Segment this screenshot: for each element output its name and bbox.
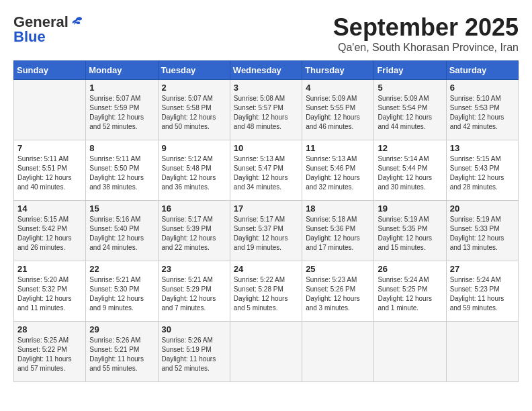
logo-blue-text: Blue xyxy=(13,28,46,46)
day-info: Sunrise: 5:25 AM Sunset: 5:22 PM Dayligh… xyxy=(17,336,82,373)
day-number: 11 xyxy=(306,143,370,153)
header: General Blue September 2025 Qa'en, South… xyxy=(13,13,519,54)
weekday-header-cell: Monday xyxy=(86,61,158,80)
day-info: Sunrise: 5:19 AM Sunset: 5:33 PM Dayligh… xyxy=(450,215,515,253)
day-info: Sunrise: 5:13 AM Sunset: 5:47 PM Dayligh… xyxy=(234,154,298,192)
day-info: Sunrise: 5:24 AM Sunset: 5:23 PM Dayligh… xyxy=(450,275,515,313)
day-info: Sunrise: 5:10 AM Sunset: 5:53 PM Dayligh… xyxy=(450,94,515,132)
day-info: Sunrise: 5:17 AM Sunset: 5:37 PM Dayligh… xyxy=(234,215,298,253)
calendar-day-cell: 30Sunrise: 5:26 AM Sunset: 5:19 PM Dayli… xyxy=(158,322,230,382)
day-number: 27 xyxy=(450,264,515,274)
day-number: 9 xyxy=(162,143,226,153)
calendar-day-cell: 29Sunrise: 5:26 AM Sunset: 5:21 PM Dayli… xyxy=(86,322,158,382)
day-number: 30 xyxy=(162,324,226,334)
calendar-day-cell: 5Sunrise: 5:09 AM Sunset: 5:54 PM Daylig… xyxy=(374,80,446,140)
calendar-week-row: 14Sunrise: 5:15 AM Sunset: 5:42 PM Dayli… xyxy=(14,201,519,261)
calendar-day-cell: 27Sunrise: 5:24 AM Sunset: 5:23 PM Dayli… xyxy=(446,261,518,322)
day-info: Sunrise: 5:18 AM Sunset: 5:36 PM Dayligh… xyxy=(306,215,370,253)
day-number: 13 xyxy=(450,143,515,153)
calendar-day-cell: 15Sunrise: 5:16 AM Sunset: 5:40 PM Dayli… xyxy=(86,201,158,261)
day-info: Sunrise: 5:15 AM Sunset: 5:43 PM Dayligh… xyxy=(450,154,515,192)
day-info: Sunrise: 5:07 AM Sunset: 5:59 PM Dayligh… xyxy=(89,94,154,132)
day-info: Sunrise: 5:14 AM Sunset: 5:44 PM Dayligh… xyxy=(378,154,442,192)
day-info: Sunrise: 5:17 AM Sunset: 5:39 PM Dayligh… xyxy=(162,215,226,253)
day-number: 5 xyxy=(378,83,442,93)
day-number: 29 xyxy=(89,324,154,334)
day-number: 14 xyxy=(17,203,82,214)
calendar-week-row: 21Sunrise: 5:20 AM Sunset: 5:32 PM Dayli… xyxy=(14,261,519,322)
day-info: Sunrise: 5:20 AM Sunset: 5:32 PM Dayligh… xyxy=(17,275,82,313)
calendar-day-cell: 26Sunrise: 5:24 AM Sunset: 5:25 PM Dayli… xyxy=(374,261,446,322)
day-number: 22 xyxy=(89,264,154,274)
day-info: Sunrise: 5:26 AM Sunset: 5:21 PM Dayligh… xyxy=(89,336,154,373)
day-number: 19 xyxy=(378,203,442,214)
logo-bird-icon xyxy=(70,15,83,29)
calendar-day-cell: 21Sunrise: 5:20 AM Sunset: 5:32 PM Dayli… xyxy=(14,261,86,322)
day-number: 18 xyxy=(306,203,370,214)
location-title: Qa'en, South Khorasan Province, Iran xyxy=(333,42,519,54)
day-number: 7 xyxy=(17,143,82,153)
day-number: 26 xyxy=(378,264,442,274)
day-info: Sunrise: 5:19 AM Sunset: 5:35 PM Dayligh… xyxy=(378,215,442,253)
calendar-day-cell: 23Sunrise: 5:21 AM Sunset: 5:29 PM Dayli… xyxy=(158,261,230,322)
day-info: Sunrise: 5:21 AM Sunset: 5:29 PM Dayligh… xyxy=(162,275,226,313)
day-number: 20 xyxy=(450,203,515,214)
day-info: Sunrise: 5:11 AM Sunset: 5:51 PM Dayligh… xyxy=(17,154,82,192)
calendar-day-cell: 1Sunrise: 5:07 AM Sunset: 5:59 PM Daylig… xyxy=(86,80,158,140)
day-number: 3 xyxy=(234,83,298,93)
calendar-day-cell: 9Sunrise: 5:12 AM Sunset: 5:48 PM Daylig… xyxy=(158,140,230,201)
calendar-day-cell xyxy=(14,80,86,140)
day-number: 23 xyxy=(162,264,226,274)
calendar-day-cell: 16Sunrise: 5:17 AM Sunset: 5:39 PM Dayli… xyxy=(158,201,230,261)
calendar-day-cell xyxy=(374,322,446,382)
day-info: Sunrise: 5:08 AM Sunset: 5:57 PM Dayligh… xyxy=(234,94,298,132)
month-title: September 2025 xyxy=(333,13,519,42)
weekday-header-cell: Sunday xyxy=(14,61,86,80)
calendar-day-cell xyxy=(230,322,302,382)
calendar-day-cell: 18Sunrise: 5:18 AM Sunset: 5:36 PM Dayli… xyxy=(302,201,374,261)
calendar-day-cell: 12Sunrise: 5:14 AM Sunset: 5:44 PM Dayli… xyxy=(374,140,446,201)
calendar-day-cell: 2Sunrise: 5:07 AM Sunset: 5:58 PM Daylig… xyxy=(158,80,230,140)
calendar-week-row: 28Sunrise: 5:25 AM Sunset: 5:22 PM Dayli… xyxy=(14,322,519,382)
calendar-day-cell: 13Sunrise: 5:15 AM Sunset: 5:43 PM Dayli… xyxy=(446,140,518,201)
title-area: September 2025 Qa'en, South Khorasan Pro… xyxy=(333,13,519,54)
calendar-day-cell: 19Sunrise: 5:19 AM Sunset: 5:35 PM Dayli… xyxy=(374,201,446,261)
calendar-table: SundayMondayTuesdayWednesdayThursdayFrid… xyxy=(13,60,519,382)
day-number: 1 xyxy=(89,83,154,93)
day-info: Sunrise: 5:23 AM Sunset: 5:26 PM Dayligh… xyxy=(306,275,370,313)
day-number: 28 xyxy=(17,324,82,334)
day-info: Sunrise: 5:13 AM Sunset: 5:46 PM Dayligh… xyxy=(306,154,370,192)
day-number: 10 xyxy=(234,143,298,153)
day-number: 8 xyxy=(89,143,154,153)
day-info: Sunrise: 5:15 AM Sunset: 5:42 PM Dayligh… xyxy=(17,215,82,253)
day-info: Sunrise: 5:09 AM Sunset: 5:55 PM Dayligh… xyxy=(306,94,370,132)
calendar-body: 1Sunrise: 5:07 AM Sunset: 5:59 PM Daylig… xyxy=(14,80,519,382)
calendar-week-row: 7Sunrise: 5:11 AM Sunset: 5:51 PM Daylig… xyxy=(14,140,519,201)
day-number: 17 xyxy=(234,203,298,214)
day-info: Sunrise: 5:09 AM Sunset: 5:54 PM Dayligh… xyxy=(378,94,442,132)
day-number: 6 xyxy=(450,83,515,93)
calendar-day-cell: 11Sunrise: 5:13 AM Sunset: 5:46 PM Dayli… xyxy=(302,140,374,201)
day-number: 16 xyxy=(162,203,226,214)
day-info: Sunrise: 5:26 AM Sunset: 5:19 PM Dayligh… xyxy=(162,336,226,373)
calendar-header-row: SundayMondayTuesdayWednesdayThursdayFrid… xyxy=(14,61,519,80)
day-number: 2 xyxy=(162,83,226,93)
day-number: 21 xyxy=(17,264,82,274)
weekday-header-cell: Saturday xyxy=(446,61,518,80)
day-info: Sunrise: 5:16 AM Sunset: 5:40 PM Dayligh… xyxy=(89,215,154,253)
day-info: Sunrise: 5:21 AM Sunset: 5:30 PM Dayligh… xyxy=(89,275,154,313)
day-number: 24 xyxy=(234,264,298,274)
day-info: Sunrise: 5:07 AM Sunset: 5:58 PM Dayligh… xyxy=(162,94,226,132)
day-number: 15 xyxy=(89,203,154,214)
calendar-day-cell xyxy=(302,322,374,382)
calendar-day-cell: 14Sunrise: 5:15 AM Sunset: 5:42 PM Dayli… xyxy=(14,201,86,261)
calendar-day-cell: 22Sunrise: 5:21 AM Sunset: 5:30 PM Dayli… xyxy=(86,261,158,322)
calendar-day-cell: 8Sunrise: 5:11 AM Sunset: 5:50 PM Daylig… xyxy=(86,140,158,201)
day-info: Sunrise: 5:11 AM Sunset: 5:50 PM Dayligh… xyxy=(89,154,154,192)
day-number: 12 xyxy=(378,143,442,153)
day-info: Sunrise: 5:24 AM Sunset: 5:25 PM Dayligh… xyxy=(378,275,442,313)
calendar-day-cell: 3Sunrise: 5:08 AM Sunset: 5:57 PM Daylig… xyxy=(230,80,302,140)
calendar-day-cell: 4Sunrise: 5:09 AM Sunset: 5:55 PM Daylig… xyxy=(302,80,374,140)
calendar-day-cell: 20Sunrise: 5:19 AM Sunset: 5:33 PM Dayli… xyxy=(446,201,518,261)
day-number: 4 xyxy=(306,83,370,93)
